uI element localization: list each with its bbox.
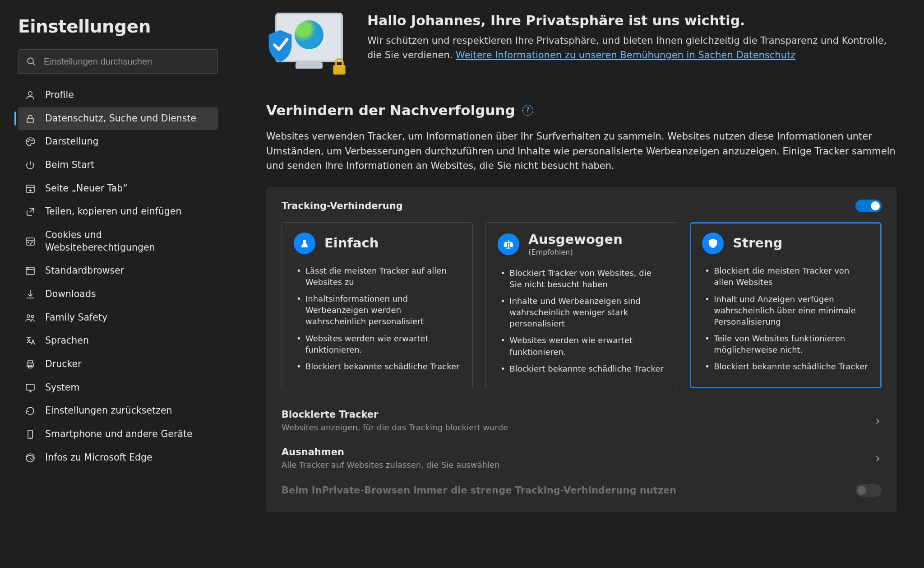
svg-point-2 xyxy=(28,92,32,95)
inprivate-strict-label: Beim InPrivate-Browsen immer die strenge… xyxy=(282,485,676,496)
card-bullet: Teile von Websites funktionieren möglich… xyxy=(705,330,869,358)
chevron-right-icon xyxy=(873,454,882,462)
sidebar-item-system[interactable]: System xyxy=(18,376,218,400)
main-content: Hallo Johannes, Ihre Privatsphäre ist un… xyxy=(230,0,924,568)
exceptions-row[interactable]: Ausnahmen Alle Tracker auf Websites zula… xyxy=(282,439,882,477)
sidebar-item-label: Downloads xyxy=(45,288,212,301)
card-bullets: Blockiert Tracker von Websites, die Sie … xyxy=(498,265,665,377)
sidebar-item-label: Smartphone und andere Geräte xyxy=(45,428,212,441)
sidebar-item-profile[interactable]: Profile xyxy=(18,84,218,107)
blocked-trackers-row[interactable]: Blockierte Tracker Websites anzeigen, fü… xyxy=(282,402,882,439)
panel-title: Tracking-Verhinderung xyxy=(282,200,403,211)
sidebar-item-language[interactable]: Sprachen xyxy=(18,329,218,353)
tracking-prevention-toggle[interactable] xyxy=(855,200,882,212)
sidebar-item-family[interactable]: Family Safety xyxy=(18,306,218,330)
card-title: Einfach xyxy=(324,236,379,251)
blocked-trackers-desc: Websites anzeigen, für die das Tracking … xyxy=(282,423,508,432)
power-icon xyxy=(24,159,36,171)
newtab-icon xyxy=(24,183,36,195)
sidebar-item-browser[interactable]: Standardbrowser xyxy=(18,259,218,283)
search-icon xyxy=(26,56,36,66)
section-description: Websites verwenden Tracker, um Informati… xyxy=(266,129,897,173)
sidebar-title: Einstellungen xyxy=(18,16,218,37)
card-icon xyxy=(498,233,519,255)
privacy-hero: Hallo Johannes, Ihre Privatsphäre ist un… xyxy=(266,13,897,76)
edge-logo-icon xyxy=(295,20,323,49)
palette-icon xyxy=(24,136,36,148)
exceptions-desc: Alle Tracker auf Websites zulassen, die … xyxy=(282,460,500,470)
card-bullet: Blockiert Tracker von Websites, die Sie … xyxy=(500,265,665,293)
card-bullet: Inhaltsinformationen und Werbeanzeigen w… xyxy=(296,290,461,330)
chevron-right-icon xyxy=(873,417,882,425)
blocked-trackers-title: Blockierte Tracker xyxy=(282,409,508,420)
card-bullet: Websites werden wie erwartet funktionier… xyxy=(296,330,461,358)
sidebar-item-power[interactable]: Beim Start xyxy=(18,154,218,177)
edge-icon xyxy=(24,452,36,464)
svg-point-4 xyxy=(28,141,29,142)
svg-rect-21 xyxy=(27,363,33,367)
card-bullet: Blockiert bekannte schädliche Tracker xyxy=(500,360,665,377)
help-icon[interactable]: ? xyxy=(522,105,533,116)
svg-point-15 xyxy=(32,242,32,242)
sidebar-item-lock[interactable]: Datenschutz, Suche und Dienste xyxy=(18,107,218,130)
card-bullet: Blockiert bekannte schädliche Tracker xyxy=(296,358,461,375)
card-bullet: Inhalte und Werbeanzeigen sind wahrschei… xyxy=(500,293,665,332)
sidebar-item-label: Beim Start xyxy=(45,159,212,172)
card-title: Streng xyxy=(733,236,782,251)
inprivate-strict-row: Beim InPrivate-Browsen immer die strenge… xyxy=(282,477,882,504)
sidebar-item-label: Seite „Neuer Tab“ xyxy=(45,182,212,195)
tracking-card-streng[interactable]: StrengBlockiert die meisten Tracker von … xyxy=(690,222,882,388)
sidebar-item-label: Teilen, kopieren und einfügen xyxy=(45,205,212,218)
privacy-learn-more-link[interactable]: Weitere Informationen zu unseren Bemühun… xyxy=(456,50,795,61)
card-title: Ausgewogen xyxy=(528,233,623,247)
sidebar-item-reset[interactable]: Einstellungen zurücksetzen xyxy=(18,399,218,423)
lock-icon xyxy=(24,113,36,125)
sidebar-item-edge[interactable]: Infos zu Microsoft Edge xyxy=(18,446,218,470)
tracking-card-ausgewogen[interactable]: Ausgewogen(Empfohlen)Blockiert Tracker v… xyxy=(485,222,677,388)
sidebar-item-label: Infos zu Microsoft Edge xyxy=(45,452,212,464)
family-icon xyxy=(24,312,36,324)
card-icon xyxy=(702,233,724,254)
tracking-section-header: Verhindern der Nachverfolgung ? xyxy=(266,102,897,118)
sidebar-item-palette[interactable]: Darstellung xyxy=(18,130,218,154)
sidebar-item-newtab[interactable]: Seite „Neuer Tab“ xyxy=(18,177,218,200)
svg-point-26 xyxy=(26,454,34,462)
svg-point-19 xyxy=(27,315,30,317)
svg-point-13 xyxy=(28,242,29,243)
svg-point-6 xyxy=(32,140,32,141)
settings-sidebar: Einstellungen ProfileDatenschutz, Suche … xyxy=(0,0,230,568)
share-icon xyxy=(24,206,36,218)
hero-body: Wir schützen und respektieren Ihre Priva… xyxy=(367,34,897,62)
svg-rect-27 xyxy=(333,65,346,74)
tracking-prevention-panel: Tracking-Verhinderung EinfachLässt die m… xyxy=(266,187,897,512)
sidebar-item-phone[interactable]: Smartphone und andere Geräte xyxy=(18,423,218,446)
card-icon xyxy=(294,233,315,254)
tracking-card-einfach[interactable]: EinfachLässt die meisten Tracker auf all… xyxy=(282,222,473,388)
svg-line-1 xyxy=(33,63,35,65)
sidebar-item-label: System xyxy=(45,382,212,394)
sidebar-item-download[interactable]: Downloads xyxy=(18,283,218,306)
search-wrap xyxy=(18,49,218,74)
sidebar-item-label: Datenschutz, Suche und Dienste xyxy=(45,112,212,125)
svg-rect-3 xyxy=(27,118,33,123)
sidebar-item-label: Profile xyxy=(45,89,212,102)
svg-point-5 xyxy=(29,140,30,140)
card-bullet: Websites werden wie erwartet funktionier… xyxy=(500,332,665,360)
card-subtitle: (Empfohlen) xyxy=(528,248,623,256)
section-title: Verhindern der Nachverfolgung xyxy=(266,102,515,118)
profile-icon xyxy=(24,89,36,101)
svg-rect-23 xyxy=(26,384,34,390)
sidebar-item-label: Sprachen xyxy=(45,335,212,347)
card-bullet: Lässt die meisten Tracker auf allen Webs… xyxy=(296,262,461,290)
svg-point-14 xyxy=(30,243,31,244)
sidebar-item-printer[interactable]: Drucker xyxy=(18,353,218,376)
svg-point-20 xyxy=(32,315,34,317)
hero-illustration xyxy=(266,13,347,76)
sidebar-item-cookies[interactable]: Cookies und Websiteberechtigungen xyxy=(18,223,218,259)
search-input[interactable] xyxy=(18,49,218,74)
sidebar-item-share[interactable]: Teilen, kopieren und einfügen xyxy=(18,200,218,223)
printer-icon xyxy=(24,358,36,370)
shield-check-icon xyxy=(266,29,294,63)
cookies-icon xyxy=(24,236,36,247)
sidebar-item-label: Standardbrowser xyxy=(45,265,212,277)
